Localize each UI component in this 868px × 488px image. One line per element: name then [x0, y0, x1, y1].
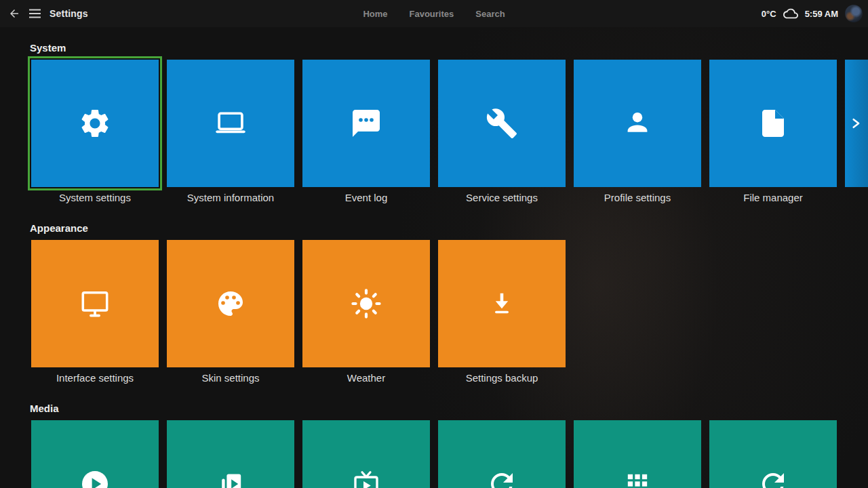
nav-home[interactable]: Home — [363, 9, 387, 19]
user-avatar[interactable] — [845, 5, 863, 22]
tile-file-manager[interactable] — [709, 60, 837, 187]
tile-event-log[interactable] — [302, 60, 430, 187]
tile-label: Service settings — [438, 192, 566, 203]
menu-button[interactable] — [29, 9, 41, 18]
cloud-icon — [783, 6, 798, 21]
tile-media-5[interactable] — [574, 420, 701, 488]
file-icon — [757, 107, 789, 140]
refresh-icon — [486, 468, 518, 488]
tile-media-4[interactable] — [438, 420, 566, 488]
tile-media-3[interactable] — [302, 420, 430, 488]
clock: 5:59 AM — [805, 9, 838, 19]
gear-icon — [78, 106, 112, 140]
hamburger-icon — [29, 9, 41, 18]
wrench-icon — [486, 107, 518, 140]
tile-system-settings[interactable] — [31, 60, 159, 187]
tile-label: System information — [167, 192, 294, 203]
tile-settings-backup[interactable] — [438, 240, 566, 367]
tile-label: Profile settings — [574, 192, 701, 203]
section-heading-system: System — [30, 43, 868, 54]
tv-play-icon — [350, 468, 382, 488]
arrow-left-icon — [8, 7, 20, 20]
grid-icon — [622, 468, 653, 488]
media-tile-row — [0, 420, 868, 488]
nav-favourites[interactable]: Favourites — [410, 9, 454, 19]
tile-profile-settings[interactable] — [574, 60, 701, 187]
chevron-right-icon — [849, 115, 863, 131]
tile-media-1[interactable] — [31, 420, 159, 488]
tile-label: File manager — [709, 192, 837, 203]
tile-media-2[interactable] — [167, 420, 294, 488]
appearance-tile-labels: Interface settings Skin settings Weather… — [0, 367, 868, 388]
person-icon — [621, 107, 654, 140]
section-heading-media: Media — [30, 403, 868, 414]
monitor-icon — [78, 287, 112, 321]
top-nav: Home Favourites Search — [363, 9, 505, 19]
chat-icon — [350, 107, 382, 140]
page-title: Settings — [50, 8, 88, 19]
back-button[interactable] — [8, 7, 20, 20]
laptop-icon — [213, 106, 248, 141]
scroll-right-tile[interactable] — [845, 60, 868, 187]
download-icon — [486, 288, 517, 319]
section-heading-appearance: Appearance — [30, 223, 868, 234]
nav-search[interactable]: Search — [475, 9, 505, 19]
play-circle-icon — [79, 468, 111, 488]
tile-media-6[interactable] — [709, 420, 837, 488]
tile-label: System settings — [31, 192, 159, 203]
palette-icon — [214, 287, 247, 320]
tile-system-information[interactable] — [167, 60, 294, 187]
playlist-play-icon — [214, 468, 247, 488]
tile-label: Weather — [302, 372, 430, 384]
refresh-icon — [757, 468, 789, 488]
tile-label: Event log — [302, 192, 430, 203]
tile-weather[interactable] — [302, 240, 430, 367]
system-tile-labels: System settings System information Event… — [0, 187, 868, 207]
tile-interface-settings[interactable] — [31, 240, 159, 367]
tile-label: Interface settings — [31, 372, 159, 384]
settings-categories: System — [0, 27, 868, 488]
tile-label: Settings backup — [438, 372, 566, 384]
weather-temperature: 0°C — [762, 9, 776, 19]
sun-icon — [349, 287, 383, 321]
appearance-tile-row — [0, 240, 868, 367]
tile-service-settings[interactable] — [438, 60, 566, 187]
top-bar: Settings Home Favourites Search 0°C 5:59… — [0, 0, 868, 27]
tile-label: Skin settings — [167, 372, 294, 384]
system-tile-row — [0, 60, 868, 187]
tile-skin-settings[interactable] — [167, 240, 294, 367]
